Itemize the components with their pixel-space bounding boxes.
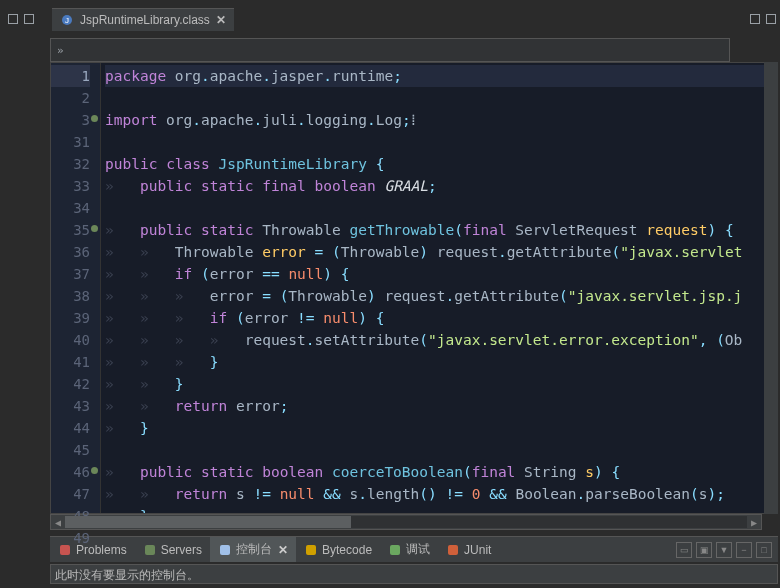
code-editor[interactable]: 1233132333435363738394041424344454647484… xyxy=(50,62,778,514)
bytecode-icon xyxy=(304,543,318,557)
tab-label: 控制台 xyxy=(236,541,272,558)
max-icon[interactable]: □ xyxy=(756,542,772,558)
display-icon[interactable]: ▣ xyxy=(696,542,712,558)
restore-icon[interactable] xyxy=(24,14,34,24)
breadcrumb[interactable]: » xyxy=(50,38,730,62)
tab-label: JUnit xyxy=(464,543,491,557)
scroll-thumb[interactable] xyxy=(65,516,351,528)
tab-label: Servers xyxy=(161,543,202,557)
servers-icon xyxy=(143,543,157,557)
vertical-scrollbar[interactable] xyxy=(764,62,778,514)
svg-rect-4 xyxy=(220,545,230,555)
minimize-icon[interactable] xyxy=(8,14,18,24)
open-console-icon[interactable]: ▼ xyxy=(716,542,732,558)
svg-rect-5 xyxy=(306,545,316,555)
minimize-view-icon[interactable] xyxy=(750,14,760,24)
horizontal-scrollbar[interactable]: ◀ ▶ xyxy=(50,514,762,530)
topbar-right-icons xyxy=(750,14,776,24)
console-message: 此时没有要显示的控制台。 xyxy=(55,568,199,582)
bottom-view-tabs: ProblemsServers控制台✕Bytecode调试JUnit ▭ ▣ ▼… xyxy=(50,536,778,562)
topbar-left-icons xyxy=(4,14,34,24)
svg-rect-3 xyxy=(145,545,155,555)
editor-topbar: J JspRuntimeLibrary.class ✕ xyxy=(0,0,780,38)
code-area[interactable]: package org.apache.jasper.runtime; impor… xyxy=(101,63,777,513)
debug-icon xyxy=(388,543,402,557)
tab-junit[interactable]: JUnit xyxy=(438,537,499,562)
tab-debug[interactable]: 调试 xyxy=(380,537,438,562)
pin-icon[interactable]: ▭ xyxy=(676,542,692,558)
console-output: 此时没有要显示的控制台。 xyxy=(50,564,778,584)
class-file-icon: J xyxy=(60,13,74,27)
svg-rect-7 xyxy=(448,545,458,555)
close-icon[interactable]: ✕ xyxy=(276,543,288,557)
svg-rect-6 xyxy=(390,545,400,555)
tab-label: 调试 xyxy=(406,541,430,558)
min-icon[interactable]: − xyxy=(736,542,752,558)
tab-bytecode[interactable]: Bytecode xyxy=(296,537,380,562)
close-icon[interactable]: ✕ xyxy=(216,13,226,27)
breadcrumb-chevron-icon: » xyxy=(57,44,64,57)
svg-text:J: J xyxy=(65,16,69,25)
scroll-track[interactable] xyxy=(65,516,747,528)
tab-console[interactable]: 控制台✕ xyxy=(210,537,296,562)
tab-label: Bytecode xyxy=(322,543,372,557)
scroll-right-icon[interactable]: ▶ xyxy=(747,517,761,528)
maximize-view-icon[interactable] xyxy=(766,14,776,24)
tab-servers[interactable]: Servers xyxy=(135,537,210,562)
tab-title: JspRuntimeLibrary.class xyxy=(80,13,210,27)
junit-icon xyxy=(446,543,460,557)
editor-tab[interactable]: J JspRuntimeLibrary.class ✕ xyxy=(52,8,234,31)
bottom-toolbar: ▭ ▣ ▼ − □ xyxy=(676,542,778,558)
line-number-gutter: 1233132333435363738394041424344454647484… xyxy=(51,63,101,513)
console-icon xyxy=(218,543,232,557)
